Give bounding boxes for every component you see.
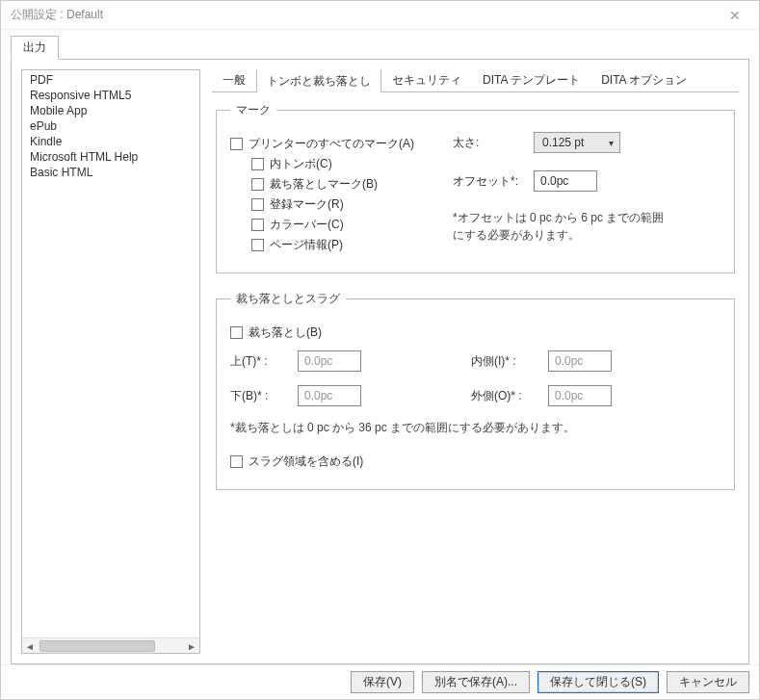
thickness-label: 太さ: — [453, 135, 524, 151]
thickness-value: 0.125 pt — [542, 136, 584, 149]
top-tabstrip: 出力 — [11, 38, 749, 59]
checkbox-icon — [251, 219, 264, 231]
color-bar-label: カラーバー(C) — [270, 217, 344, 233]
save-and-close-button[interactable]: 保存して閉じる(S) — [537, 671, 659, 693]
bleed-bottom-value: 0.0pc — [304, 389, 332, 402]
marks-group: マーク プリンターのすべてのマーク(A) 内トン — [216, 102, 735, 273]
marks-legend: マーク — [230, 102, 276, 118]
save-button-label: 保存(V) — [363, 674, 402, 690]
bleed-slug-group: 裁ち落としとスラグ 裁ち落とし(B) 上(T)* : 0.0pc 内側(I)* … — [216, 291, 735, 490]
bleed-marks-checkbox[interactable]: 裁ち落としマーク(B) — [251, 176, 414, 193]
list-item[interactable]: Microsoft HTML Help — [22, 149, 199, 165]
checkbox-icon — [251, 158, 264, 170]
bleed-top-value: 0.0pc — [304, 354, 332, 368]
tab-dita-options[interactable]: DITA オプション — [590, 69, 697, 91]
bleed-bottom-label: 下(B)* : — [230, 388, 288, 404]
save-button[interactable]: 保存(V) — [351, 671, 414, 693]
list-item[interactable]: PDF — [22, 72, 199, 88]
tab-general[interactable]: 一般 — [212, 69, 256, 91]
tab-dita-template[interactable]: DITA テンプレート — [472, 69, 590, 91]
inner-trim-label: 内トンボ(C) — [270, 156, 332, 172]
bleed-range-note: *裁ち落としは 0 pc から 36 pc までの範囲にする必要があります。 — [230, 420, 721, 436]
list-item[interactable]: Kindle — [22, 134, 199, 149]
tab-security[interactable]: セキュリティ — [381, 69, 472, 91]
marks-right-column: 太さ: 0.125 pt ▾ オフセット*: 0.0pc — [453, 132, 721, 257]
scroll-left-icon[interactable]: ◄ — [22, 638, 38, 654]
bleed-inside-input[interactable]: 0.0pc — [548, 350, 612, 372]
bleed-top-label: 上(T)* : — [230, 353, 288, 370]
bleed-inside-value: 0.0pc — [555, 354, 583, 368]
right-pane: 一般 トンボと裁ち落とし セキュリティ DITA テンプレート DITA オプシ… — [212, 69, 739, 654]
checkbox-icon — [251, 198, 264, 211]
inner-trim-checkbox[interactable]: 内トンボ(C) — [251, 156, 414, 172]
checkbox-icon — [230, 455, 243, 468]
bleed-outside-input[interactable]: 0.0pc — [548, 385, 612, 406]
bleed-outside-label: 外側(O)* : — [471, 388, 538, 404]
tab-body: マーク プリンターのすべてのマーク(A) 内トン — [212, 92, 739, 654]
include-slug-checkbox[interactable]: スラグ領域を含める(I) — [230, 454, 721, 470]
bleed-bottom-input[interactable]: 0.0pc — [298, 385, 361, 406]
bleed-grid: 上(T)* : 0.0pc 内側(I)* : 0.0pc 下(B)* : 0.0… — [230, 350, 721, 406]
page-info-checkbox[interactable]: ページ情報(P) — [251, 237, 414, 253]
save-and-close-button-label: 保存して閉じる(S) — [550, 674, 646, 690]
registration-marks-checkbox[interactable]: 登録マーク(R) — [251, 196, 414, 213]
list-item[interactable]: Basic HTML — [22, 165, 199, 180]
bleed-marks-label: 裁ち落としマーク(B) — [270, 176, 378, 193]
offset-label: オフセット*: — [453, 173, 524, 190]
save-as-button-label: 別名で保存(A)... — [434, 674, 517, 690]
publish-settings-dialog: 公開設定 : Default ✕ 出力 PDF Responsive HTML5… — [0, 0, 760, 700]
list-item[interactable]: ePub — [22, 118, 199, 134]
scroll-right-icon[interactable]: ► — [184, 638, 199, 654]
list-item[interactable]: Mobile App — [22, 103, 199, 118]
all-printer-marks-label: プリンターのすべてのマーク(A) — [249, 136, 414, 152]
cancel-button[interactable]: キャンセル — [667, 671, 749, 693]
tab-marks-and-bleed[interactable]: トンボと裁ち落とし — [256, 69, 381, 92]
checkbox-icon — [251, 178, 264, 191]
tab-output[interactable]: 出力 — [11, 36, 59, 60]
horizontal-scrollbar[interactable]: ◄ ► — [22, 637, 199, 653]
inner-tabstrip: 一般 トンボと裁ち落とし セキュリティ DITA テンプレート DITA オプシ… — [212, 69, 739, 92]
main-panel: PDF Responsive HTML5 Mobile App ePub Kin… — [11, 59, 749, 664]
bleed-inside-label: 内側(I)* : — [471, 353, 538, 370]
close-icon[interactable]: ✕ — [721, 8, 749, 23]
dialog-footer: 保存(V) 別名で保存(A)... 保存して閉じる(S) キャンセル — [1, 664, 759, 699]
bleed-outside-value: 0.0pc — [555, 389, 583, 402]
all-printer-marks-checkbox[interactable]: プリンターのすべてのマーク(A) — [230, 136, 414, 152]
registration-marks-label: 登録マーク(R) — [270, 196, 344, 213]
offset-input[interactable]: 0.0pc — [534, 170, 597, 192]
offset-note: *オフセットは 0 pc から 6 pc までの範囲にする必要があります。 — [453, 209, 674, 244]
cancel-button-label: キャンセル — [679, 674, 737, 690]
bleed-checkbox[interactable]: 裁ち落とし(B) — [230, 324, 721, 341]
color-bar-checkbox[interactable]: カラーバー(C) — [251, 217, 414, 233]
output-format-list-items: PDF Responsive HTML5 Mobile App ePub Kin… — [22, 70, 199, 637]
scroll-thumb[interactable] — [39, 640, 155, 652]
output-format-list: PDF Responsive HTML5 Mobile App ePub Kin… — [21, 69, 200, 654]
bleed-top-input[interactable]: 0.0pc — [298, 350, 361, 372]
offset-value: 0.0pc — [540, 174, 568, 188]
page-info-label: ページ情報(P) — [270, 237, 343, 253]
bleed-slug-legend: 裁ち落としとスラグ — [230, 291, 346, 307]
checkbox-icon — [251, 239, 264, 251]
window-title: 公開設定 : Default — [11, 7, 721, 23]
content-area: 出力 PDF Responsive HTML5 Mobile App ePub … — [1, 30, 759, 664]
chevron-down-icon: ▾ — [609, 138, 614, 148]
thickness-select[interactable]: 0.125 pt ▾ — [534, 132, 620, 153]
checkbox-icon — [230, 138, 243, 150]
titlebar: 公開設定 : Default ✕ — [1, 1, 759, 30]
save-as-button[interactable]: 別名で保存(A)... — [422, 671, 530, 693]
marks-left-column: プリンターのすべてのマーク(A) 内トンボ(C) 裁ち — [230, 132, 414, 257]
list-item[interactable]: Responsive HTML5 — [22, 88, 199, 103]
include-slug-label: スラグ領域を含める(I) — [249, 454, 363, 470]
checkbox-icon — [230, 326, 243, 339]
bleed-checkbox-label: 裁ち落とし(B) — [249, 324, 322, 341]
